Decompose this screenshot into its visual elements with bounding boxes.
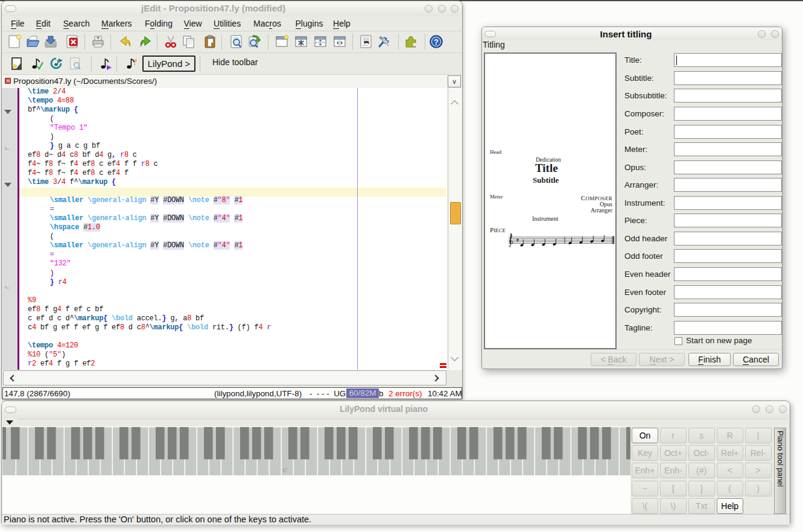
svg-text:?: ? [133, 58, 138, 67]
svg-text:c': c' [283, 467, 287, 473]
svg-text:?: ? [434, 37, 439, 46]
svg-text:e: e [516, 236, 519, 242]
